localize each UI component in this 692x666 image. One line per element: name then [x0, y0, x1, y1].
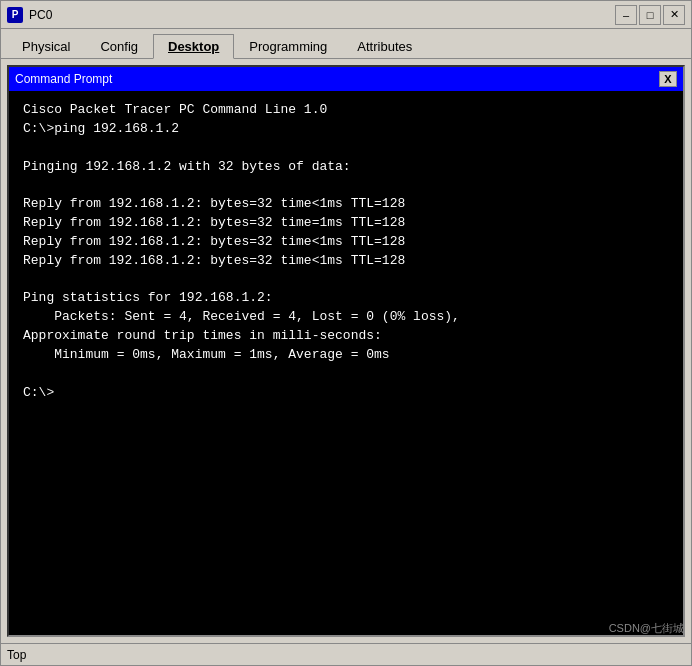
- title-bar-buttons: – □ ✕: [615, 5, 685, 25]
- window-title: PC0: [29, 8, 615, 22]
- main-window: P PC0 – □ ✕ Physical Config Desktop Prog…: [0, 0, 692, 666]
- title-bar: P PC0 – □ ✕: [1, 1, 691, 29]
- tab-physical[interactable]: Physical: [7, 34, 85, 59]
- window-icon: P: [7, 7, 23, 23]
- status-text: Top: [7, 648, 26, 662]
- tab-desktop[interactable]: Desktop: [153, 34, 234, 59]
- status-bar: Top: [1, 643, 691, 665]
- tab-attributes[interactable]: Attributes: [342, 34, 427, 59]
- tab-config[interactable]: Config: [85, 34, 153, 59]
- cmd-output: Cisco Packet Tracer PC Command Line 1.0 …: [23, 101, 669, 403]
- close-button[interactable]: ✕: [663, 5, 685, 25]
- cmd-title-bar: Command Prompt X: [9, 67, 683, 91]
- maximize-button[interactable]: □: [639, 5, 661, 25]
- command-prompt-window: Command Prompt X Cisco Packet Tracer PC …: [7, 65, 685, 637]
- minimize-button[interactable]: –: [615, 5, 637, 25]
- cmd-title-text: Command Prompt: [15, 72, 112, 86]
- content-area: Command Prompt X Cisco Packet Tracer PC …: [1, 59, 691, 643]
- cmd-body[interactable]: Cisco Packet Tracer PC Command Line 1.0 …: [9, 91, 683, 635]
- cmd-close-button[interactable]: X: [659, 71, 677, 87]
- tab-bar: Physical Config Desktop Programming Attr…: [1, 29, 691, 59]
- watermark: CSDN@七街城: [609, 621, 684, 636]
- tab-programming[interactable]: Programming: [234, 34, 342, 59]
